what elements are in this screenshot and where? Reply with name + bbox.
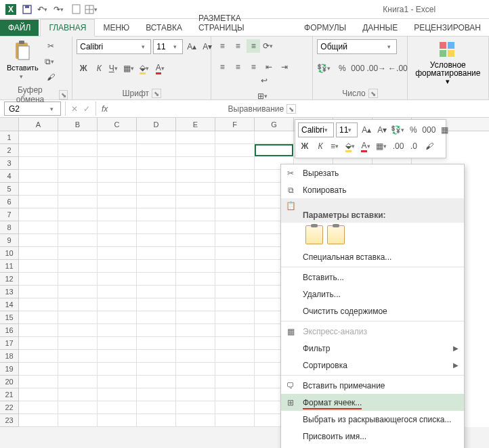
cell[interactable] <box>215 286 255 298</box>
inc-decimal-icon[interactable]: .00→ <box>366 62 386 75</box>
cell[interactable] <box>176 196 215 208</box>
cell[interactable] <box>215 247 255 260</box>
row-head[interactable]: 19 <box>0 363 19 376</box>
tab-file[interactable]: ФАЙЛ <box>0 20 39 36</box>
cell[interactable] <box>137 401 176 414</box>
cell[interactable] <box>176 273 215 286</box>
cell[interactable] <box>176 183 215 196</box>
fill-color-icon[interactable]: ⬙▾ <box>139 62 152 75</box>
cell[interactable] <box>98 208 137 221</box>
mini-decdec-icon[interactable]: .00 <box>391 139 405 153</box>
format-painter-icon[interactable]: 🖌 <box>44 70 58 84</box>
mini-font-combo[interactable]: Calibri▾ <box>298 122 334 137</box>
cell[interactable] <box>215 324 255 337</box>
mini-currency-icon[interactable]: 💱▾ <box>391 123 404 137</box>
cell[interactable] <box>19 401 58 414</box>
select-all-corner[interactable] <box>0 118 19 131</box>
align-center-icon[interactable]: ≡ <box>231 60 244 74</box>
cell[interactable] <box>98 311 137 324</box>
cell[interactable] <box>58 376 98 388</box>
cell[interactable] <box>98 144 137 157</box>
cm-insert-comment[interactable]: 🗨Вставить примечание <box>281 377 464 394</box>
grid-icon[interactable]: ▾ <box>84 2 100 17</box>
cell[interactable] <box>98 337 137 350</box>
cell[interactable] <box>137 170 176 183</box>
tab-pagelayout[interactable]: РАЗМЕТКА СТРАНИЦЫ <box>190 10 296 36</box>
italic-button[interactable]: К <box>92 62 106 75</box>
mini-fill-icon[interactable]: ⬙▾ <box>345 139 358 153</box>
mini-border-icon[interactable]: ▦ <box>438 123 451 137</box>
cell[interactable] <box>176 298 215 311</box>
cell[interactable] <box>215 337 255 350</box>
cell[interactable] <box>176 260 215 273</box>
mini-percent-icon[interactable]: % <box>406 123 420 137</box>
conditional-format-button[interactable]: Условноеформатирование ▾ <box>412 39 484 87</box>
cell[interactable] <box>98 298 137 311</box>
cell[interactable] <box>58 363 98 376</box>
cell[interactable] <box>137 414 176 427</box>
indent-inc-icon[interactable]: ⇥ <box>278 60 291 74</box>
cell[interactable] <box>137 311 176 324</box>
cell[interactable] <box>19 311 58 324</box>
cell[interactable] <box>58 234 98 247</box>
row-head[interactable]: 3 <box>0 157 19 170</box>
cell[interactable] <box>98 324 137 337</box>
cell[interactable] <box>215 157 255 170</box>
cell[interactable] <box>215 196 255 208</box>
cell[interactable] <box>137 196 176 208</box>
row-head[interactable]: 21 <box>0 388 19 401</box>
cell[interactable] <box>58 221 98 234</box>
cm-paste-special[interactable]: Специальная вставка... <box>281 248 464 265</box>
comma-icon[interactable]: 000 <box>351 62 364 75</box>
paste-values-icon[interactable] <box>327 225 345 244</box>
cell[interactable] <box>215 376 255 388</box>
row-head[interactable]: 23 <box>0 414 19 427</box>
cell[interactable] <box>137 221 176 234</box>
cell[interactable] <box>137 350 176 363</box>
row-head[interactable]: 5 <box>0 183 19 196</box>
cell[interactable] <box>19 376 58 388</box>
tab-formulas[interactable]: ФОРМУЛЫ <box>296 20 354 36</box>
row-head[interactable]: 17 <box>0 337 19 350</box>
underline-button[interactable]: Ч▾ <box>108 62 121 75</box>
merge-icon[interactable]: ⊞▾ <box>219 89 308 103</box>
col-head[interactable]: C <box>98 118 137 131</box>
cell[interactable] <box>58 196 98 208</box>
cell[interactable] <box>176 157 215 170</box>
font-name-combo[interactable]: Calibri▾ <box>77 39 151 54</box>
row-head[interactable]: 10 <box>0 247 19 260</box>
cell[interactable] <box>58 401 98 414</box>
cell[interactable] <box>19 208 58 221</box>
cell[interactable] <box>19 247 58 260</box>
cell[interactable] <box>19 298 58 311</box>
font-size-combo[interactable]: 11▾ <box>153 39 183 54</box>
enter-icon[interactable]: ✓ <box>83 104 90 114</box>
cell[interactable] <box>98 183 137 196</box>
cell[interactable] <box>19 363 58 376</box>
mini-fontcolor-icon[interactable]: A▾ <box>360 139 374 153</box>
redo-icon[interactable]: ↷▾ <box>51 2 68 17</box>
row-head[interactable]: 13 <box>0 286 19 298</box>
cell[interactable] <box>58 298 98 311</box>
row-head[interactable]: 1 <box>0 131 19 144</box>
row-head[interactable]: 7 <box>0 208 19 221</box>
save-icon[interactable] <box>19 2 35 17</box>
row-head[interactable]: 8 <box>0 221 19 234</box>
cell[interactable] <box>176 311 215 324</box>
tab-menu[interactable]: Меню <box>95 20 137 36</box>
cell[interactable] <box>98 221 137 234</box>
cell[interactable] <box>215 298 255 311</box>
cell[interactable] <box>58 131 98 144</box>
cell[interactable] <box>137 388 176 401</box>
mini-inc-font-icon[interactable]: A▴ <box>360 123 373 137</box>
cell[interactable] <box>215 273 255 286</box>
cancel-icon[interactable]: ✕ <box>71 104 78 114</box>
cm-hyperlink[interactable]: 🔗Гиперссылка... <box>281 445 464 448</box>
col-head[interactable]: E <box>176 118 215 131</box>
cell[interactable] <box>176 376 215 388</box>
cell[interactable] <box>58 157 98 170</box>
cell[interactable] <box>137 376 176 388</box>
row-head[interactable]: 22 <box>0 401 19 414</box>
cell[interactable] <box>19 260 58 273</box>
cell[interactable] <box>19 324 58 337</box>
